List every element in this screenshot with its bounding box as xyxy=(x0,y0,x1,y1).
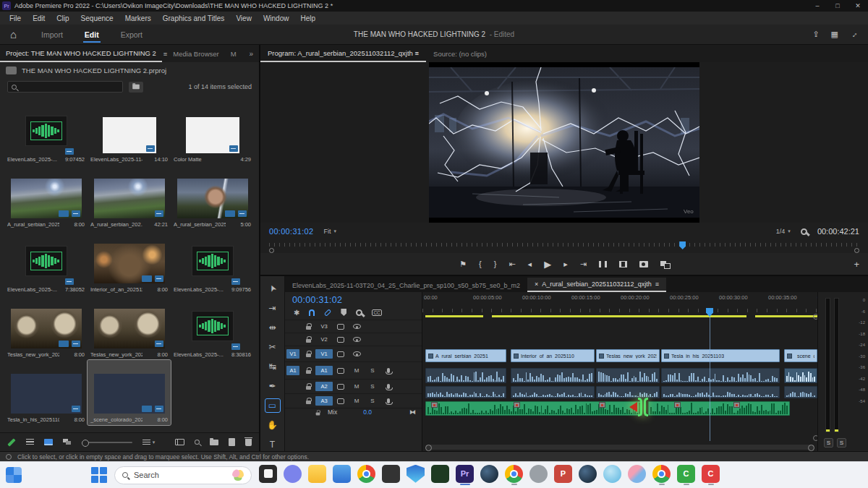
project-item[interactable]: ElevenLabs_2025-...9:09756 xyxy=(171,230,254,295)
track-header-a1[interactable]: A1A1MS xyxy=(285,361,422,379)
add-marker-icon[interactable] xyxy=(341,309,346,316)
workspace-tab-export[interactable]: Export xyxy=(112,26,151,43)
track-target-a3[interactable]: A3 xyxy=(315,396,333,406)
tab-truncated[interactable]: M xyxy=(225,46,242,61)
audio-clip[interactable] xyxy=(425,386,506,398)
audio-clip[interactable] xyxy=(425,368,506,383)
track-v3[interactable] xyxy=(422,321,817,333)
project-item[interactable]: Interior_of_an_202511...8:00 xyxy=(88,230,171,295)
track-target-v2[interactable]: V2 xyxy=(315,335,333,344)
track-header-v3[interactable]: V3 xyxy=(285,320,422,333)
widgets-icon[interactable] xyxy=(6,467,22,483)
panel-menu-icon[interactable]: ≡ xyxy=(655,281,659,288)
blue-sphere-app-icon[interactable] xyxy=(603,465,621,483)
audio-clip[interactable] xyxy=(596,386,660,398)
track-v2[interactable] xyxy=(422,335,817,347)
track-target-v3[interactable]: V3 xyxy=(315,322,333,331)
lift-icon[interactable] xyxy=(599,261,607,267)
workspaces-icon[interactable]: ▦ xyxy=(831,30,838,39)
button-editor-icon[interactable]: + xyxy=(854,259,859,270)
project-item[interactable]: ElevenLabs_2025-...8:30816 xyxy=(171,295,254,360)
tab-program[interactable]: Program: A_rural_serbian_202511032112_qx… xyxy=(260,46,426,62)
video-clip[interactable]: Tesla_in_his_20251103 xyxy=(661,349,780,362)
solo-button[interactable]: S xyxy=(824,438,833,448)
source-patch[interactable]: A1 xyxy=(285,366,301,375)
new-bin-icon[interactable] xyxy=(210,440,218,445)
audio-clip[interactable] xyxy=(661,368,780,383)
pin-tool-app-icon[interactable] xyxy=(628,465,646,483)
mute-button[interactable]: M xyxy=(349,367,365,374)
track-header-v2[interactable]: V2 xyxy=(285,333,422,346)
project-item[interactable]: Color Matte4:29 xyxy=(171,100,254,165)
track-target-v1[interactable]: V1 xyxy=(315,349,333,359)
red-p-app-icon[interactable]: P xyxy=(554,465,572,483)
play-icon[interactable]: ▶ xyxy=(544,259,551,270)
icon-view-icon[interactable] xyxy=(44,439,53,445)
track-a1[interactable] xyxy=(422,367,817,384)
toggle-track-visibility-icon[interactable] xyxy=(349,337,365,342)
timeline-horizontal-scrollbar[interactable] xyxy=(425,445,814,450)
chat-icon[interactable] xyxy=(284,465,302,483)
project-item[interactable]: Tesla_in_his_2025110...8:00 xyxy=(4,360,88,425)
keyframe-nav-icon[interactable]: ⧓ xyxy=(409,408,416,416)
solo-button[interactable]: S xyxy=(365,383,380,390)
task-view-icon[interactable] xyxy=(259,465,277,483)
voiceover-audio-clip[interactable] xyxy=(648,401,790,416)
lock-icon[interactable] xyxy=(316,412,320,415)
timeline-settings-icon[interactable] xyxy=(356,309,362,316)
fullscreen-icon[interactable]: ↔ xyxy=(848,28,860,40)
hand-tool[interactable]: ✋ xyxy=(265,419,280,432)
rectangle-tool[interactable]: ▭ xyxy=(265,399,280,412)
track-output-icon[interactable] xyxy=(333,337,349,343)
track-select-forward-tool[interactable]: ⇥ xyxy=(265,301,280,314)
go-to-in-icon[interactable]: ⇤ xyxy=(509,260,515,269)
track-output-icon[interactable] xyxy=(333,368,349,374)
settings-gear-icon[interactable] xyxy=(529,465,548,483)
project-item[interactable]: ElevenLabs_2025-...9:07452 xyxy=(4,100,88,165)
linked-selection-icon[interactable] xyxy=(324,309,332,317)
chrome-profile-green-icon[interactable] xyxy=(652,465,671,483)
track-output-icon[interactable] xyxy=(333,398,349,404)
lock-icon[interactable] xyxy=(306,370,311,374)
program-video-frame[interactable]: Veo xyxy=(429,62,699,223)
track-target-a1[interactable]: A1 xyxy=(315,366,333,375)
settings-wrench-icon[interactable] xyxy=(801,228,807,235)
search-input[interactable] xyxy=(7,81,123,93)
lock-icon[interactable] xyxy=(306,326,311,330)
solo-button[interactable]: S xyxy=(837,438,846,448)
premiere-pro-icon[interactable]: Pr xyxy=(456,465,474,483)
captions-icon[interactable]: CC xyxy=(372,309,381,316)
video-clip[interactable]: Teslas_new_york_2025 xyxy=(596,349,660,362)
mark-out-icon[interactable]: } xyxy=(494,260,497,268)
taskbar-search[interactable]: Search xyxy=(114,466,252,484)
menu-graphics-and-titles[interactable]: Graphics and Titles xyxy=(158,13,230,24)
list-view-icon[interactable] xyxy=(26,439,34,445)
find-icon[interactable] xyxy=(195,440,200,445)
track-header-a3[interactable]: A3MS xyxy=(285,393,422,408)
pen-tool[interactable]: ✒ xyxy=(265,380,280,393)
source-patch[interactable]: V1 xyxy=(285,349,301,359)
snap-icon[interactable] xyxy=(309,309,315,316)
solo-button[interactable]: S xyxy=(365,398,380,404)
dark-orb-app-2-icon[interactable] xyxy=(579,465,597,483)
track-a2[interactable] xyxy=(422,385,817,399)
delete-icon[interactable] xyxy=(245,439,252,446)
selection-tool[interactable]: ➤ xyxy=(263,279,281,298)
track-output-icon[interactable] xyxy=(333,384,349,390)
mute-button[interactable]: M xyxy=(349,398,365,404)
extract-icon[interactable] xyxy=(619,261,627,267)
comparison-view-icon[interactable] xyxy=(660,261,669,267)
nest-icon[interactable]: ✱ xyxy=(294,309,299,317)
tab-source[interactable]: Source: (no clips) xyxy=(426,46,494,61)
chrome-profile-blue-icon[interactable] xyxy=(505,465,523,483)
close-tab-icon[interactable]: × xyxy=(535,281,538,288)
home-icon[interactable]: ⌂ xyxy=(10,28,17,40)
audio-clip[interactable] xyxy=(661,386,780,398)
dark-orb-app-icon[interactable] xyxy=(480,465,498,483)
voiceover-audio-clip[interactable] xyxy=(425,401,642,416)
zoom-slider-icon[interactable] xyxy=(82,442,132,443)
trim-cursor[interactable] xyxy=(629,398,648,416)
timeline-ruler[interactable]: 00:0000:00:05:0000:00:10:0000:00:15:0000… xyxy=(422,292,817,314)
audio-clip[interactable] xyxy=(511,386,595,398)
mark-in-icon[interactable]: { xyxy=(479,260,482,268)
